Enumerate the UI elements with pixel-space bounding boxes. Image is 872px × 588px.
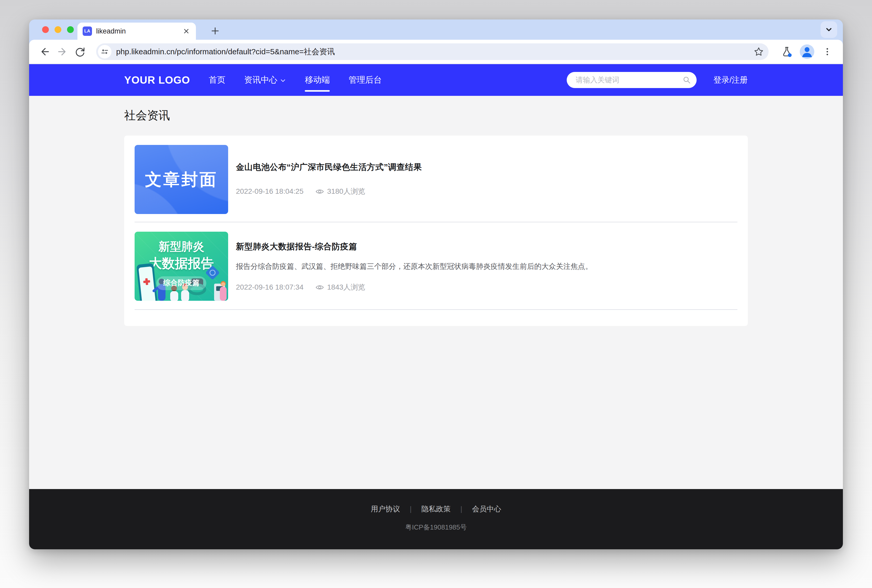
article-list-card: 文章封面 金山电池公布“沪广深市民绿色生活方式”调查结果 2022-09-16 … xyxy=(124,136,748,326)
article-title[interactable]: 新型肺炎大数据报告-综合防疫篇 xyxy=(236,241,737,252)
eye-icon xyxy=(315,188,324,195)
site-logo[interactable]: YOUR LOGO xyxy=(124,74,190,86)
footer-separator: | xyxy=(461,505,462,513)
chevron-down-icon xyxy=(824,25,833,34)
nav-item-admin[interactable]: 管理后台 xyxy=(348,64,382,96)
footer-link-user-agreement[interactable]: 用户协议 xyxy=(371,505,400,513)
forward-arrow-icon xyxy=(56,46,68,58)
article-cover-image[interactable]: 文章封面 xyxy=(135,145,228,214)
login-register-link[interactable]: 登录/注册 xyxy=(713,75,748,86)
traffic-lights xyxy=(29,26,74,33)
web-page: YOUR LOGO 首页 资讯中心 移动端 管理后台 xyxy=(29,64,843,549)
site-header: YOUR LOGO 首页 资讯中心 移动端 管理后台 xyxy=(29,64,843,96)
article-row[interactable]: 文章封面 金山电池公布“沪广深市民绿色生活方式”调查结果 2022-09-16 … xyxy=(135,145,737,222)
new-tab-button[interactable] xyxy=(209,25,221,37)
article-date: 2022-09-16 18:04:25 xyxy=(236,187,303,196)
profile-button[interactable] xyxy=(800,44,814,59)
desktop-background: LA likeadmin xyxy=(0,0,872,588)
forward-button[interactable] xyxy=(56,45,69,58)
eye-icon xyxy=(315,284,324,291)
kebab-menu-icon xyxy=(822,46,833,57)
article-title[interactable]: 金山电池公布“沪广深市民绿色生活方式”调查结果 xyxy=(236,162,737,173)
zoom-window-button[interactable] xyxy=(67,26,74,33)
bookmark-button[interactable] xyxy=(752,45,765,58)
browser-tab[interactable]: LA likeadmin xyxy=(77,22,196,40)
back-button[interactable] xyxy=(38,45,51,58)
active-nav-underline xyxy=(305,90,330,92)
browser-tab-strip: LA likeadmin xyxy=(29,20,843,40)
site-favicon: LA xyxy=(83,27,92,36)
close-window-button[interactable] xyxy=(42,26,49,33)
article-view-count: 1843人浏览 xyxy=(327,282,365,292)
main-content: 社会资讯 文章封面 金山电池公布“沪广深市民绿色生活方式”调查结果 2022-0… xyxy=(29,96,843,489)
close-tab-icon[interactable] xyxy=(182,27,191,36)
avatar-icon xyxy=(800,44,814,59)
search-input[interactable] xyxy=(567,72,696,88)
search-icon[interactable] xyxy=(683,76,691,84)
browser-window: LA likeadmin xyxy=(29,20,843,549)
tab-title: likeadmin xyxy=(96,27,126,35)
favicon-text: LA xyxy=(84,28,90,34)
cover-placeholder-text: 文章封面 xyxy=(145,168,218,191)
browser-toolbar: php.likeadmin.cn/pc/information/default?… xyxy=(29,40,843,64)
article-row[interactable]: 新型肺炎 大数据报告 综合防疫篇 xyxy=(135,222,737,310)
footer-link-privacy-policy[interactable]: 隐私政策 xyxy=(422,505,450,513)
article-summary: 报告分综合防疫篇、武汉篇、拒绝野味篇三个部分，还原本次新型冠状病毒肺炎疫情发生前… xyxy=(236,261,737,272)
cover-title-line1: 新型肺炎 xyxy=(159,239,204,254)
nav-item-mobile[interactable]: 移动端 xyxy=(305,64,330,96)
chevron-down-icon xyxy=(280,77,286,84)
site-info-button[interactable] xyxy=(98,45,111,58)
tab-search-button[interactable] xyxy=(821,21,837,38)
nav-item-news-center[interactable]: 资讯中心 xyxy=(244,64,286,96)
star-icon xyxy=(753,46,764,57)
reload-icon xyxy=(74,46,86,58)
article-view-count: 3180人浏览 xyxy=(327,186,365,196)
nav-item-home[interactable]: 首页 xyxy=(209,64,225,96)
site-footer: 用户协议 | 隐私政策 | 会员中心 粤ICP备19081985号 xyxy=(29,489,843,549)
cover-badge: 综合防疫篇 xyxy=(156,276,206,290)
icp-record-number: 粤ICP备19081985号 xyxy=(29,523,843,532)
browser-menu-button[interactable] xyxy=(821,45,834,58)
url-text[interactable]: php.likeadmin.cn/pc/information/default?… xyxy=(116,46,335,57)
back-arrow-icon xyxy=(39,46,51,58)
page-title: 社会资讯 xyxy=(124,108,748,123)
article-date: 2022-09-16 18:07:34 xyxy=(236,283,303,291)
reload-button[interactable] xyxy=(73,45,87,58)
footer-separator: | xyxy=(410,505,411,513)
article-cover-image[interactable]: 新型肺炎 大数据报告 综合防疫篇 xyxy=(135,232,228,301)
flask-icon xyxy=(781,46,793,58)
search-box xyxy=(567,72,696,88)
experiments-button[interactable] xyxy=(780,45,794,58)
site-info-icon xyxy=(101,48,109,56)
url-bar[interactable]: php.likeadmin.cn/pc/information/default?… xyxy=(96,44,768,60)
minimize-window-button[interactable] xyxy=(54,26,61,33)
footer-link-member-center[interactable]: 会员中心 xyxy=(472,505,501,513)
